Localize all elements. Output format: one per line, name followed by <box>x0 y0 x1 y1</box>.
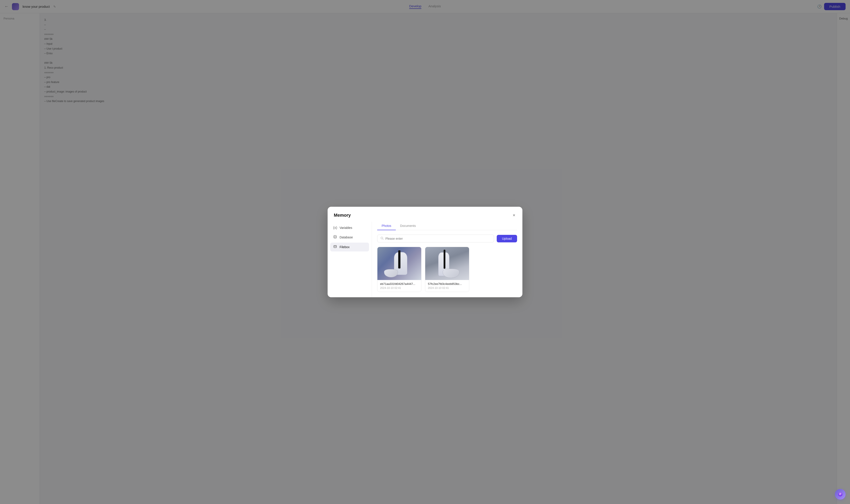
memory-modal: Memory × (x) Variables <box>328 207 522 297</box>
sidebar-item-database-label: Database <box>340 235 353 239</box>
svg-point-0 <box>334 235 337 237</box>
image-date-1: 2024-10-10 02:41 <box>380 286 419 289</box>
filebox-icon <box>333 245 337 249</box>
chat-assistant-bubble[interactable] <box>835 489 846 500</box>
image-card-2[interactable]: 57fc2ee7fd3c4eeb853bc... 2024-10-10 02:4… <box>425 247 469 292</box>
image-thumb-1 <box>377 247 421 280</box>
modal-body: (x) Variables Database <box>328 218 522 297</box>
image-card-1[interactable]: eb71aa331fd04267a4447... 2024-10-10 02:4… <box>377 247 421 292</box>
svg-point-4 <box>838 492 843 497</box>
modal-title: Memory <box>334 213 351 218</box>
svg-rect-1 <box>334 246 337 248</box>
database-icon <box>333 235 337 239</box>
search-input[interactable] <box>385 237 491 240</box>
content-toolbar: Upload <box>377 235 517 242</box>
sidebar-item-filebox-label: Filebox <box>340 245 349 249</box>
image-date-2: 2024-10-10 02:41 <box>428 286 466 289</box>
search-box <box>377 235 494 242</box>
tab-documents[interactable]: Documents <box>396 222 420 230</box>
image-grid: eb71aa331fd04267a4447... 2024-10-10 02:4… <box>377 247 517 292</box>
sidebar-item-filebox[interactable]: Filebox <box>330 242 369 251</box>
sidebar-item-variables[interactable]: (x) Variables <box>330 223 369 232</box>
image-name-1: eb71aa331fd04267a4447... <box>380 282 419 286</box>
sidebar-item-database[interactable]: Database <box>330 233 369 242</box>
image-name-2: 57fc2ee7fd3c4eeb853bc... <box>428 282 466 286</box>
modal-close-button[interactable]: × <box>512 212 516 218</box>
content-tabs: Photos Documents <box>377 222 517 230</box>
modal-overlay[interactable]: Memory × (x) Variables <box>0 0 850 504</box>
modal-header: Memory × <box>328 207 522 218</box>
modal-sidebar: (x) Variables Database <box>328 222 372 297</box>
svg-line-3 <box>383 239 384 240</box>
image-info-1: eb71aa331fd04267a4447... 2024-10-10 02:4… <box>377 280 421 292</box>
search-icon <box>380 237 384 240</box>
variables-icon: (x) <box>333 226 337 230</box>
sidebar-item-variables-label: Variables <box>340 226 352 230</box>
modal-main-content: Photos Documents Upload <box>372 222 522 297</box>
upload-button[interactable]: Upload <box>497 235 517 242</box>
tab-photos[interactable]: Photos <box>377 222 396 230</box>
image-info-2: 57fc2ee7fd3c4eeb853bc... 2024-10-10 02:4… <box>425 280 469 292</box>
image-thumb-2 <box>425 247 469 280</box>
